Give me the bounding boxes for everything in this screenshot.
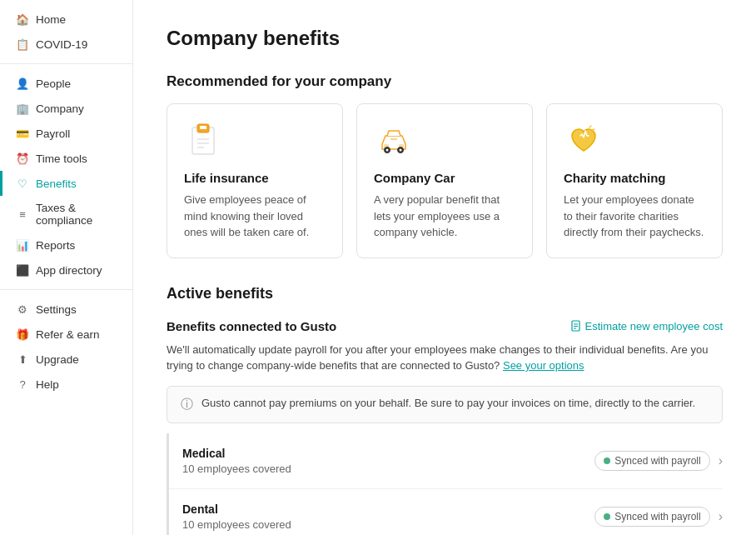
dental-name: Dental bbox=[182, 502, 291, 516]
sidebar-item-settings-label: Settings bbox=[36, 303, 77, 316]
appdirectory-icon: ⬛ bbox=[16, 263, 29, 277]
dental-chevron-icon[interactable]: › bbox=[719, 509, 723, 524]
sidebar-divider-2 bbox=[0, 289, 132, 290]
document-icon bbox=[570, 320, 582, 332]
connected-benefits-title: Benefits connected to Gusto bbox=[167, 319, 336, 333]
connected-description: We'll automatically update payroll for y… bbox=[167, 342, 723, 374]
sidebar-item-upgrade-label: Upgrade bbox=[36, 353, 79, 366]
sidebar-item-reports-label: Reports bbox=[36, 239, 75, 252]
upgrade-icon: ⬆ bbox=[16, 352, 29, 366]
sidebar-item-help-label: Help bbox=[36, 378, 59, 391]
clock-icon: ⏰ bbox=[16, 152, 29, 165]
recommended-section-title: Recommended for your company bbox=[167, 73, 723, 90]
sidebar-item-company-label: Company bbox=[36, 102, 84, 115]
help-icon: ? bbox=[16, 378, 29, 391]
medical-name: Medical bbox=[182, 447, 291, 460]
charity-matching-card[interactable]: Charity matching Let your employees dona… bbox=[546, 103, 723, 258]
medical-synced-badge: Synced with payroll bbox=[594, 451, 709, 471]
info-banner-text: Gusto cannot pay premiums on your behalf… bbox=[201, 397, 695, 409]
company-icon: 🏢 bbox=[16, 102, 29, 115]
sidebar-item-reports[interactable]: 📊 Reports bbox=[0, 232, 132, 258]
estimate-link[interactable]: Estimate new employee cost bbox=[570, 320, 723, 332]
reports-icon: 📊 bbox=[16, 238, 29, 252]
sidebar-item-appdirectory[interactable]: ⬛ App directory bbox=[0, 258, 132, 282]
medical-synced-label: Synced with payroll bbox=[614, 455, 700, 467]
sidebar-item-timetools-label: Time tools bbox=[36, 152, 87, 165]
sidebar-item-settings[interactable]: ⚙ Settings bbox=[0, 297, 132, 322]
main-content: Company benefits Recommended for your co… bbox=[133, 0, 756, 535]
svg-rect-2 bbox=[200, 126, 206, 129]
dental-synced-badge: Synced with payroll bbox=[594, 507, 709, 527]
info-icon: ⓘ bbox=[181, 397, 193, 412]
company-car-card[interactable]: Company Car A very popular benefit that … bbox=[356, 103, 533, 258]
sidebar-item-people-label: People bbox=[36, 78, 71, 90]
sidebar-item-help[interactable]: ? Help bbox=[0, 372, 132, 397]
active-benefits-title: Active benefits bbox=[167, 285, 723, 302]
life-insurance-icon bbox=[184, 121, 224, 161]
sidebar-item-refer-label: Refer & earn bbox=[36, 328, 100, 341]
benefits-list: Medical 10 employees covered Synced with… bbox=[167, 433, 723, 536]
dental-synced-label: Synced with payroll bbox=[614, 511, 700, 522]
life-insurance-card[interactable]: Life insurance Give employees peace of m… bbox=[167, 103, 343, 258]
gift-icon: 🎁 bbox=[16, 328, 29, 341]
home-icon: 🏠 bbox=[16, 12, 29, 26]
taxes-icon: ≡ bbox=[16, 208, 29, 221]
connected-benefits-header: Benefits connected to Gusto Estimate new… bbox=[167, 319, 723, 333]
svg-point-10 bbox=[386, 149, 389, 152]
payroll-icon: 💳 bbox=[16, 127, 29, 140]
dental-benefit-row[interactable]: Dental 10 employees covered Synced with … bbox=[169, 489, 723, 536]
synced-dot-2 bbox=[604, 513, 610, 520]
life-insurance-desc: Give employees peace of mind knowing the… bbox=[184, 192, 326, 241]
sidebar-item-covid-label: COVID-19 bbox=[36, 38, 87, 51]
life-insurance-title: Life insurance bbox=[184, 171, 326, 185]
sidebar-item-timetools[interactable]: ⏰ Time tools bbox=[0, 146, 132, 171]
sidebar-item-upgrade[interactable]: ⬆ Upgrade bbox=[0, 347, 132, 372]
sidebar-item-appdirectory-label: App directory bbox=[36, 264, 102, 277]
charity-matching-title: Charity matching bbox=[564, 171, 705, 185]
see-options-link[interactable]: See your options bbox=[503, 359, 584, 372]
company-car-icon bbox=[374, 121, 414, 161]
heart-icon: ♡ bbox=[16, 177, 29, 190]
dental-info: Dental 10 employees covered bbox=[182, 502, 291, 531]
sidebar-item-covid[interactable]: 📋 COVID-19 bbox=[0, 32, 132, 57]
sidebar-item-payroll[interactable]: 💳 Payroll bbox=[0, 121, 132, 146]
sidebar-item-taxes[interactable]: ≡ Taxes & compliance bbox=[0, 196, 132, 232]
person-icon: 👤 bbox=[16, 77, 29, 90]
estimate-link-label: Estimate new employee cost bbox=[585, 320, 723, 332]
company-car-desc: A very popular benefit that lets your em… bbox=[374, 192, 515, 241]
covid-icon: 📋 bbox=[16, 38, 29, 51]
dental-coverage: 10 employees covered bbox=[182, 518, 291, 531]
page-title: Company benefits bbox=[167, 27, 723, 50]
sidebar-item-taxes-label: Taxes & compliance bbox=[36, 202, 119, 227]
medical-chevron-icon[interactable]: › bbox=[719, 453, 723, 468]
company-car-title: Company Car bbox=[374, 171, 515, 185]
sidebar-item-benefits-label: Benefits bbox=[36, 178, 77, 190]
sidebar-item-home-label: Home bbox=[36, 13, 66, 26]
info-banner: ⓘ Gusto cannot pay premiums on your beha… bbox=[167, 386, 723, 423]
dental-right: Synced with payroll › bbox=[594, 507, 723, 527]
synced-dot bbox=[604, 458, 610, 464]
sidebar: 🏠 Home 📋 COVID-19 👤 People 🏢 Company 💳 P… bbox=[0, 0, 133, 535]
svg-point-11 bbox=[400, 149, 402, 152]
recommended-cards: Life insurance Give employees peace of m… bbox=[167, 103, 723, 258]
medical-coverage: 10 employees covered bbox=[182, 462, 291, 475]
settings-icon: ⚙ bbox=[16, 302, 29, 316]
sidebar-divider-1 bbox=[0, 63, 132, 64]
sidebar-item-benefits[interactable]: ♡ Benefits bbox=[0, 171, 132, 196]
medical-benefit-row[interactable]: Medical 10 employees covered Synced with… bbox=[169, 433, 723, 489]
medical-info: Medical 10 employees covered bbox=[182, 447, 291, 475]
medical-right: Synced with payroll › bbox=[594, 451, 723, 471]
sidebar-item-home[interactable]: 🏠 Home bbox=[0, 7, 132, 32]
charity-matching-icon bbox=[564, 121, 604, 161]
charity-matching-desc: Let your employees donate to their favor… bbox=[564, 192, 705, 241]
sidebar-item-company[interactable]: 🏢 Company bbox=[0, 96, 132, 121]
sidebar-item-refer[interactable]: 🎁 Refer & earn bbox=[0, 322, 132, 347]
sidebar-item-people[interactable]: 👤 People bbox=[0, 71, 132, 96]
sidebar-item-payroll-label: Payroll bbox=[36, 128, 70, 140]
